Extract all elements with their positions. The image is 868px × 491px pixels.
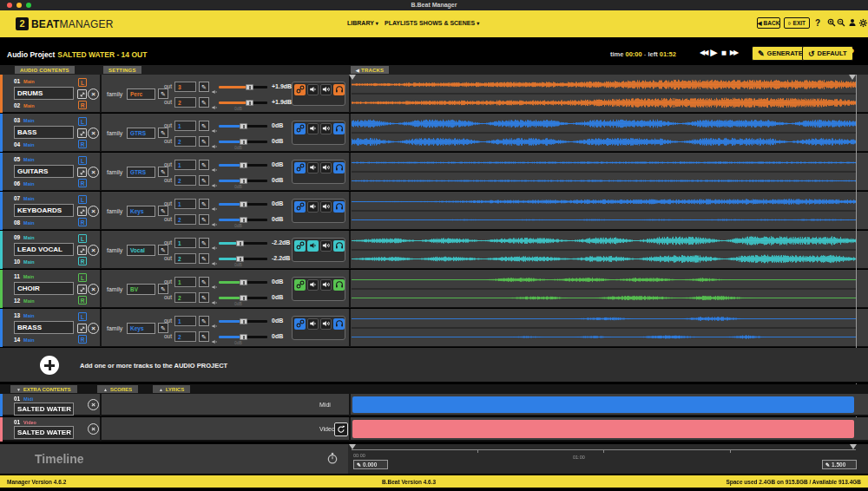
track-name-field[interactable]: BRASS <box>14 321 74 334</box>
edit-family-button[interactable]: ✎ <box>158 206 168 216</box>
track-name-field[interactable]: GUITARS <box>14 165 74 178</box>
edit-out-button[interactable]: ✎ <box>199 175 209 186</box>
settings-header[interactable]: SETTINGS <box>103 66 141 74</box>
remove-track-button[interactable]: × <box>88 167 99 178</box>
remove-track-button[interactable]: × <box>88 323 99 334</box>
stop-button[interactable]: ■ <box>721 48 727 57</box>
midi-content-bar[interactable] <box>352 396 854 413</box>
video-content-bar[interactable] <box>352 420 854 438</box>
edit-out-button[interactable]: ✎ <box>199 238 209 248</box>
add-icon[interactable] <box>40 356 59 375</box>
stopwatch-icon[interactable] <box>326 452 339 464</box>
timeline-end-marker[interactable] <box>850 444 857 449</box>
out-value[interactable]: 2 <box>174 253 196 264</box>
tab-scores[interactable]: ▲SCORES <box>97 385 138 393</box>
edit-out-button[interactable]: ✎ <box>199 331 209 342</box>
family-value[interactable]: GTRS <box>127 167 155 178</box>
volume-slider-handle[interactable] <box>240 295 247 302</box>
project-help-icon[interactable]: ? <box>848 47 854 59</box>
back-button[interactable]: ◀BACK <box>757 17 780 29</box>
rewind-button[interactable]: ◀◀ <box>700 49 707 56</box>
default-button[interactable]: ↺DEFAULT <box>802 46 853 61</box>
edit-out-button[interactable]: ✎ <box>199 214 209 225</box>
volume-slider[interactable] <box>219 177 267 184</box>
remove-track-button[interactable]: × <box>88 245 99 256</box>
monitor-button[interactable] <box>307 240 319 252</box>
volume-slider-handle[interactable] <box>240 279 247 286</box>
volume-slider-handle[interactable] <box>246 84 253 91</box>
edit-out-button[interactable]: ✎ <box>199 97 209 108</box>
expand-track-button[interactable] <box>77 128 87 138</box>
play-button[interactable]: ▶ <box>710 47 717 58</box>
headphones-button[interactable] <box>333 201 345 213</box>
volume-slider-handle[interactable] <box>246 100 253 107</box>
monitor-button[interactable] <box>307 201 319 213</box>
expand-track-button[interactable] <box>77 324 87 333</box>
track-name-field[interactable]: CHOIR <box>14 282 74 295</box>
remove-track-button[interactable]: × <box>88 128 99 139</box>
edit-out-button[interactable]: ✎ <box>199 292 209 303</box>
family-value[interactable]: Keys <box>127 323 155 334</box>
volume-slider[interactable] <box>219 318 267 324</box>
volume-slider-handle[interactable] <box>240 123 247 130</box>
headphones-button[interactable] <box>333 84 345 95</box>
track-name-field[interactable]: DRUMS <box>14 87 74 100</box>
right-channel-button[interactable]: R <box>78 218 87 226</box>
speaker-button[interactable] <box>320 318 332 330</box>
remove-track-button[interactable]: × <box>88 206 99 217</box>
right-channel-button[interactable]: R <box>78 101 87 109</box>
left-channel-button[interactable]: L <box>78 117 87 126</box>
family-value[interactable]: Keys <box>127 206 155 217</box>
expand-track-button[interactable] <box>77 167 87 177</box>
zoom-out-icon[interactable] <box>837 18 845 27</box>
edit-family-button[interactable]: ✎ <box>158 167 168 177</box>
out-value[interactable]: 1 <box>174 316 196 326</box>
headphones-button[interactable] <box>333 240 345 252</box>
headphones-button[interactable] <box>333 162 345 173</box>
speaker-button[interactable] <box>320 240 332 252</box>
family-value[interactable]: Perc <box>127 88 155 100</box>
right-channel-button[interactable]: R <box>78 335 87 344</box>
extra-name-field[interactable]: SALTED WATER <box>14 403 74 416</box>
out-value[interactable]: 1 <box>174 199 196 209</box>
edit-out-button[interactable]: ✎ <box>199 82 209 92</box>
audio-contents-header[interactable]: AUDIO CONTENTS <box>15 66 75 74</box>
volume-slider[interactable] <box>219 122 267 129</box>
volume-slider[interactable] <box>219 255 267 262</box>
edit-family-button[interactable]: ✎ <box>158 88 168 99</box>
volume-slider-handle[interactable] <box>240 139 247 146</box>
volume-slider-handle[interactable] <box>240 201 247 208</box>
edit-family-button[interactable]: ✎ <box>158 323 168 333</box>
monitor-button[interactable] <box>307 123 319 134</box>
region-end-marker[interactable] <box>849 75 856 80</box>
expand-track-button[interactable] <box>77 89 87 99</box>
link-channels-button[interactable] <box>294 162 306 173</box>
remove-track-button[interactable]: × <box>88 88 99 100</box>
speaker-button[interactable] <box>320 162 332 173</box>
volume-slider[interactable] <box>219 239 267 246</box>
out-value[interactable]: 1 <box>174 160 196 170</box>
menu-shows-scenes[interactable]: SHOWS & SCENES ▾ <box>419 20 479 26</box>
headphones-button[interactable] <box>333 123 345 134</box>
edit-family-button[interactable]: ✎ <box>158 284 168 294</box>
volume-slider-handle[interactable] <box>240 178 247 185</box>
out-value[interactable]: 2 <box>174 292 196 303</box>
right-channel-button[interactable]: R <box>78 296 87 304</box>
monitor-button[interactable] <box>307 84 319 95</box>
left-channel-button[interactable]: L <box>78 195 87 204</box>
timeline-ruler[interactable]: 00:00 01:00 ✎0.000 ✎1.500 <box>352 444 868 474</box>
family-value[interactable]: GTRS <box>127 128 155 139</box>
refresh-video-button[interactable] <box>334 422 348 436</box>
edit-out-button[interactable]: ✎ <box>199 316 209 326</box>
volume-slider[interactable] <box>219 83 267 90</box>
left-channel-button[interactable]: L <box>78 234 87 243</box>
left-channel-button[interactable]: L <box>78 156 87 165</box>
expand-track-button[interactable] <box>77 285 87 294</box>
volume-slider[interactable] <box>219 333 267 340</box>
out-value[interactable]: 1 <box>174 277 196 287</box>
tab-extra-contents[interactable]: ▼EXTRA CONTENTS <box>10 385 77 393</box>
edit-out-button[interactable]: ✎ <box>199 121 209 131</box>
volume-slider[interactable] <box>219 200 267 207</box>
track-name-field[interactable]: LEAD VOCAL <box>14 243 74 256</box>
out-value[interactable]: 1 <box>174 238 196 248</box>
